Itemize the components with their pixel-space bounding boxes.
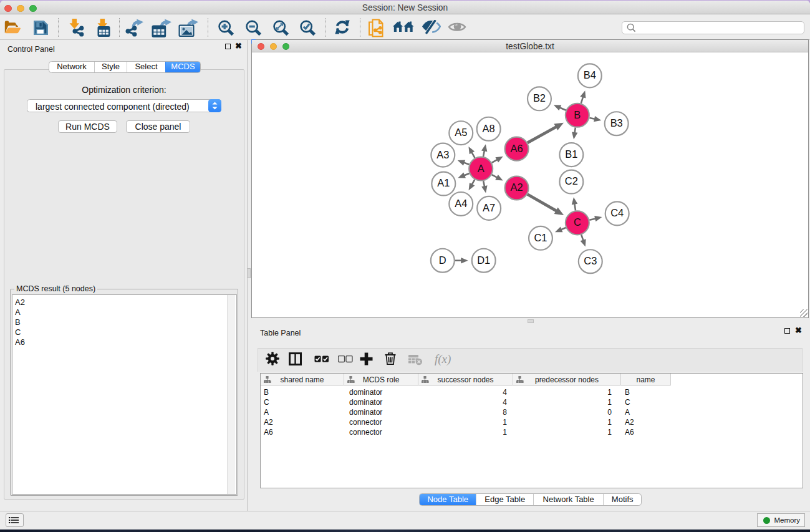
svg-text:B4: B4 <box>584 69 596 80</box>
svg-text:A5: A5 <box>455 127 467 138</box>
svg-text:B1: B1 <box>565 148 577 160</box>
svg-text:A8: A8 <box>483 123 495 134</box>
svg-text:A4: A4 <box>455 198 467 209</box>
svg-text:B3: B3 <box>610 117 623 128</box>
svg-text:C3: C3 <box>584 255 597 266</box>
svg-text:B: B <box>574 109 581 120</box>
svg-text:A2: A2 <box>510 181 523 193</box>
svg-text:A7: A7 <box>483 202 495 213</box>
svg-text:A1: A1 <box>437 177 450 188</box>
svg-text:A3: A3 <box>436 149 449 160</box>
svg-text:A6: A6 <box>510 143 523 154</box>
svg-text:C: C <box>574 216 581 228</box>
svg-text:D1: D1 <box>477 254 490 266</box>
svg-text:C1: C1 <box>534 232 547 243</box>
svg-text:C2: C2 <box>565 176 578 187</box>
svg-text:B2: B2 <box>533 92 546 104</box>
svg-text:D: D <box>439 254 446 266</box>
svg-text:C4: C4 <box>610 207 624 218</box>
svg-text:A: A <box>478 163 485 174</box>
